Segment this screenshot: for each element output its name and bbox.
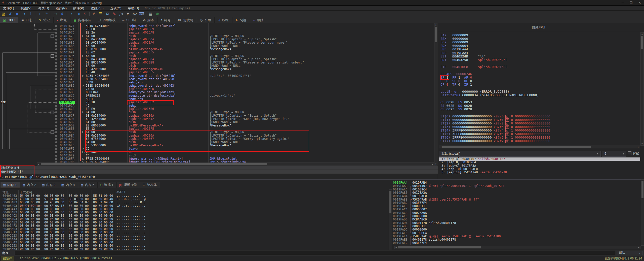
dump-tab-结构体[interactable]: ☷结构体 <box>140 182 160 188</box>
dump-tab-局部变量[interactable]: [x]局部变量 <box>117 182 140 188</box>
menu-item-选项O[interactable]: 选项(O) <box>107 6 125 11</box>
stack-row[interactable]: 0019FAE4┌75BE52AC返回到 user32.75BE52AC 自 u… <box>392 235 641 238</box>
tab-句柄[interactable]: ❖句柄 <box>232 17 250 23</box>
tab-SEH链[interactable]: ∞SEH链 <box>119 17 140 23</box>
disasm-row[interactable]: 0040167C.EB 2Ajmp splish.4016A8 <box>0 31 434 34</box>
collapse-block-icon[interactable]: − <box>51 54 54 58</box>
close-button[interactable]: ✕ <box>635 0 644 6</box>
breakpoint-dot-icon[interactable] <box>55 45 57 47</box>
stack-row[interactable]: 0019FAB4└0019FAE0 <box>392 194 641 198</box>
tab-断点[interactable]: ●断点 <box>54 17 70 23</box>
breakpoint-dot-icon[interactable] <box>55 88 57 90</box>
disasm-row[interactable]: 004016CD>6A 00push 0┌UINT uType = MB_OK <box>0 111 434 114</box>
register-line[interactable]: EAX 00000009 <box>440 34 550 37</box>
breakpoint-dot-icon[interactable] <box>55 138 57 140</box>
stack-row[interactable]: 0019FAC8│00070A0A <box>392 211 641 215</box>
disasm-row[interactable]: 004016DB.E8 68000000call <JMP.&MessageBo… <box>0 124 434 127</box>
dump-tab-内存 5[interactable]: ▦内存 5 <box>78 182 98 188</box>
disasm-row[interactable]: 004016CF.68 0A304000push splish.40300A│L… <box>0 114 434 117</box>
stop-icon[interactable]: ■ <box>14 11 20 17</box>
tab-CPU[interactable]: ▣CPU <box>0 17 18 23</box>
dump-vscrollbar[interactable] <box>389 189 392 250</box>
stack-row[interactable]: 0019FAA8┌00401407返回到 splish.00401407 自 s… <box>392 184 641 188</box>
stack-row[interactable]: 0019FAD8│00000111 <box>392 225 641 228</box>
tab-日志[interactable]: ≣日志 <box>18 17 36 23</box>
register-line[interactable]: CF 0 TF 0 IF 1 <box>440 83 550 86</box>
breakpoint-dot-icon[interactable] <box>55 158 57 160</box>
register-line[interactable]: OF 0 SF 0 DF 0 <box>440 79 550 83</box>
argument-row[interactable]: 5: [esp+14] 75C047AB user32.75C047AB <box>439 171 640 174</box>
register-line[interactable]: CS 0023 SS 002B <box>440 108 550 111</box>
breakpoint-dot-icon[interactable] <box>55 121 57 123</box>
register-line[interactable]: EBP 0019FAA4 <box>440 48 550 51</box>
calling-convention-select[interactable]: 默认 (stdcall)▼ <box>439 151 601 157</box>
register-line[interactable]: ESP 0019FAA4 <box>440 51 550 55</box>
breakpoint-dot-icon[interactable] <box>55 55 57 57</box>
register-line[interactable]: EBX 00000000 <box>440 37 550 41</box>
argument-row[interactable]: 1: [esp+4] 00401407 splish.00401407 <box>439 157 640 161</box>
step-over-icon[interactable]: ↷ <box>43 11 50 17</box>
register-line[interactable]: EDX 00000004 <box>440 44 550 48</box>
menu-item-文件F[interactable]: 文件(F) <box>0 6 17 11</box>
menu-item-帮助H[interactable]: 帮助(H) <box>125 6 142 11</box>
breakpoint-dot-icon[interactable] <box>55 125 57 127</box>
command-input[interactable] <box>15 251 615 255</box>
compare-icon[interactable]: ⧉ <box>104 11 111 17</box>
breakpoint-dot-icon[interactable] <box>55 135 57 137</box>
disasm-row[interactable]: 004016FA$FF25 70204000jmp dword ptr ds:[… <box>0 157 434 160</box>
disasm-row[interactable]: 00401691.EB 62jmp splish.4016F5 <box>0 51 434 54</box>
comment-list-icon[interactable]: ☰ <box>97 11 104 17</box>
breakpoint-dot-icon[interactable] <box>55 35 57 37</box>
register-line[interactable]: ESI 0040324D "\t" <box>440 55 550 58</box>
argument-depth-spinner[interactable]: 5▲▼ <box>602 151 626 157</box>
tab-引用[interactable]: ◎引用 <box>197 17 215 23</box>
breakpoint-dot-icon[interactable] <box>55 98 57 100</box>
disasm-row[interactable]: 004016D4.68 42304000push splish.403042│L… <box>0 117 434 121</box>
functions-icon[interactable]: ƒx <box>118 11 125 17</box>
breakpoint-dot-icon[interactable] <box>55 115 57 117</box>
pause-icon[interactable]: ‖ <box>27 11 34 17</box>
breakpoint-dot-icon[interactable] <box>55 108 57 110</box>
registers-hscrollbar[interactable]: ◄ ► <box>439 145 640 148</box>
register-line[interactable]: ST(6) 3FFF8000000000000000 x87r6 空 1.000… <box>440 136 550 139</box>
register-line[interactable]: EDI 00403258 splish.00403258 <box>440 58 550 62</box>
stack-row[interactable]: 0019FAE8│00401178splish.00401178 <box>392 238 641 241</box>
breakpoint-dot-icon[interactable] <box>55 128 57 130</box>
breakpoint-dot-icon[interactable] <box>55 58 57 60</box>
disasm-row[interactable]: 0040167E>6A 00push 0┌UINT uType = MB_OK <box>0 35 434 38</box>
disasm-row[interactable]: 0040167A.75 EDjne splish.401669 <box>0 28 434 31</box>
register-line[interactable]: ST(3) 00000000000000000000 x87r3 空 0.000… <box>440 125 550 129</box>
hide-fpu-button[interactable]: 隐藏FPU <box>438 25 639 30</box>
execute-till-return-icon[interactable]: ↑ <box>68 11 75 17</box>
breakpoint-dot-icon[interactable] <box>55 118 57 120</box>
strings-icon[interactable]: Aᴢ <box>131 11 138 17</box>
stack-row[interactable]: 0019FAD4│00401178splish.00401178 <box>392 221 641 225</box>
stack-row[interactable]: 0019FAC4│00000002 <box>392 208 641 211</box>
collapse-block-icon[interactable]: − <box>51 35 54 38</box>
breakpoint-dot-icon[interactable] <box>55 151 57 153</box>
registers-vsc rollbar[interactable]: ▲ ▼ <box>640 32 644 146</box>
tab-线程[interactable]: ⇉线程 <box>215 17 232 23</box>
tab-脚本[interactable]: ✍脚本 <box>140 17 158 23</box>
breakpoint-dot-icon[interactable] <box>55 111 57 113</box>
dump-tab-内存 3[interactable]: ▦内存 3 <box>39 182 59 188</box>
stack-row[interactable]: 0019FACC│00000000 <box>392 215 641 218</box>
stack-row[interactable]: 0019FAA40019FAB4 <box>392 181 641 184</box>
highlight-icon[interactable]: ✎ <box>111 11 118 17</box>
restart-icon[interactable]: ↺ <box>7 11 14 17</box>
unlock-checkbox[interactable]: 解锁 <box>628 151 639 156</box>
stack-row[interactable]: 0019FAE0└0019FBC4 <box>392 232 641 235</box>
calculator-icon[interactable]: ▦ <box>147 11 154 17</box>
disasm-row[interactable]: 004016CA.43inc ebx <box>0 104 434 107</box>
breakpoint-dot-icon[interactable] <box>55 28 57 30</box>
breakpoint-dot-icon[interactable] <box>55 141 57 143</box>
argument-row[interactable]: 3: [esp+C] 00170A3A <box>439 164 640 168</box>
breakpoint-dot-icon[interactable] <box>55 85 57 87</box>
stack-vscrollbar[interactable] <box>641 179 644 246</box>
breakpoint-dot-icon[interactable] <box>55 82 57 84</box>
disasm-row[interactable]: 004016B4.33DBxor ebx,ebx <box>0 81 434 84</box>
breakpoint-dot-icon[interactable] <box>55 48 57 50</box>
breakpoint-dot-icon[interactable] <box>55 105 57 107</box>
register-line[interactable]: ST(2) 00000000000000000000 x87r2 空 0.000… <box>440 122 550 125</box>
menu-item-收藏夹I[interactable]: 收藏夹(I) <box>87 6 107 11</box>
